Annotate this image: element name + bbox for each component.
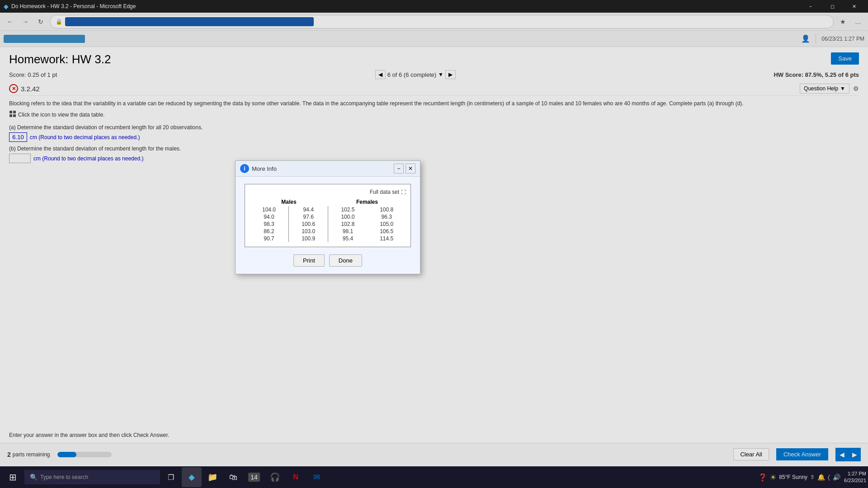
female-col2: 96.3: [367, 213, 406, 221]
table-row: 98.3 100.6 102.8 105.0: [250, 221, 406, 228]
male-col1: 104.0: [250, 206, 289, 213]
male-col1: 98.3: [250, 221, 289, 228]
table-row: 90.7 100.9 95.4 114.5: [250, 235, 406, 242]
modal-minimize-button[interactable]: −: [394, 164, 404, 174]
modal-footer: Print Done: [245, 254, 411, 267]
male-col2: 100.9: [289, 235, 328, 242]
male-col1: 94.0: [250, 213, 289, 221]
modal-controls: − ✕: [394, 164, 415, 174]
modal-body: Full data set ⛶ Males Females 104.0 94.4…: [236, 177, 420, 274]
modal-overlay: [0, 0, 868, 488]
table-row: 104.0 94.4 102.5 100.8: [250, 206, 406, 213]
male-col2: 103.0: [289, 228, 328, 235]
print-button[interactable]: Print: [293, 254, 325, 267]
done-button[interactable]: Done: [329, 254, 362, 267]
modal-title: More Info: [252, 165, 277, 172]
modal-titlebar: i More Info − ✕: [236, 161, 420, 177]
females-header: Females: [328, 198, 406, 206]
dataset-label: Full data set: [370, 189, 399, 195]
male-col2: 100.6: [289, 221, 328, 228]
female-col1: 102.5: [328, 206, 368, 213]
male-col1: 86.2: [250, 228, 289, 235]
modal-close-button[interactable]: ✕: [406, 164, 415, 174]
female-col2: 106.5: [367, 228, 406, 235]
male-col1: 90.7: [250, 235, 289, 242]
modal-title-left: i More Info: [240, 164, 277, 173]
males-header: Males: [250, 198, 328, 206]
female-col2: 114.5: [367, 235, 406, 242]
data-table-header: Full data set ⛶: [250, 189, 406, 195]
female-col2: 105.0: [367, 221, 406, 228]
data-table: Males Females 104.0 94.4 102.5 100.8 94.…: [250, 198, 406, 242]
data-table-container: Full data set ⛶ Males Females 104.0 94.4…: [245, 184, 411, 247]
male-col2: 94.4: [289, 206, 328, 213]
male-col2: 97.6: [289, 213, 328, 221]
expand-icon[interactable]: ⛶: [401, 189, 406, 195]
female-col1: 95.4: [328, 235, 368, 242]
female-col1: 100.0: [328, 213, 368, 221]
female-col1: 98.1: [328, 228, 368, 235]
female-col2: 100.8: [367, 206, 406, 213]
female-col1: 102.8: [328, 221, 368, 228]
more-info-modal: i More Info − ✕ Full data set ⛶ Males Fe…: [235, 160, 420, 274]
table-row: 94.0 97.6 100.0 96.3: [250, 213, 406, 221]
modal-info-icon: i: [240, 164, 249, 173]
table-row: 86.2 103.0 98.1 106.5: [250, 228, 406, 235]
